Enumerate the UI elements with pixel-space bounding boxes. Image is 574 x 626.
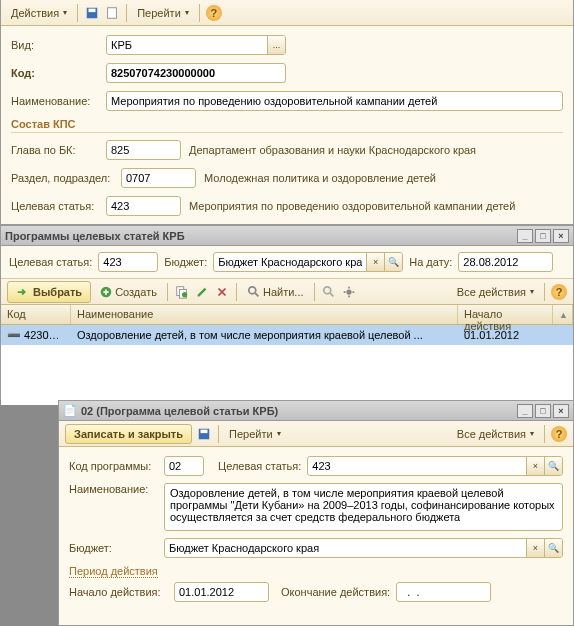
razdel-input[interactable] xyxy=(122,170,196,186)
all-actions-menu[interactable]: Все действия xyxy=(453,284,538,300)
help-icon[interactable]: ? xyxy=(551,284,567,300)
edit-icon[interactable] xyxy=(194,284,210,300)
budget-filter-input[interactable] xyxy=(214,254,366,270)
program-list-window: Программы целевых статей КРБ _ □ × Целев… xyxy=(0,225,574,400)
window-title: 02 (Программа целевой статьи КРБ) xyxy=(81,405,278,417)
titlebar: Программы целевых статей КРБ _ □ × xyxy=(1,226,573,246)
date-filter-label: На дату: xyxy=(409,256,452,268)
program-edit-window: 📄 02 (Программа целевой статьи КРБ) _ □ … xyxy=(58,400,574,626)
form-area: Код программы: Целевая статья: × 🔍 Наиме… xyxy=(59,447,573,617)
th-sort[interactable]: ▲ xyxy=(553,305,573,324)
date-filter-input[interactable] xyxy=(459,254,553,270)
create-button[interactable]: Создать xyxy=(95,283,161,301)
find-button[interactable]: Найти... xyxy=(243,283,308,301)
separator xyxy=(126,4,127,22)
cel-filter-wrap xyxy=(98,252,158,272)
separator xyxy=(199,4,200,22)
razdel-input-wrap: ... 🔍 xyxy=(121,168,196,188)
cel-input[interactable] xyxy=(107,198,181,214)
glava-input-wrap: ... 🔍 xyxy=(106,140,181,160)
table-header: Код Наименование Начало действия ▲ xyxy=(1,305,573,325)
naim-input[interactable] xyxy=(107,93,562,109)
cel-label: Целевая статья: xyxy=(218,460,301,472)
select-button[interactable]: Выбрать xyxy=(7,281,91,303)
svg-rect-2 xyxy=(108,7,117,18)
save-close-button[interactable]: Записать и закрыть xyxy=(65,424,192,444)
svg-point-9 xyxy=(346,289,351,294)
svg-rect-11 xyxy=(201,429,208,433)
list-toolbar: Выбрать Создать Найти... Все действия ? xyxy=(1,279,573,305)
budget-clear-button[interactable]: × xyxy=(366,253,384,271)
th-start[interactable]: Начало действия xyxy=(458,305,553,324)
svg-rect-1 xyxy=(89,8,96,12)
th-name[interactable]: Наименование xyxy=(71,305,458,324)
end-input[interactable] xyxy=(397,584,491,600)
table: Код Наименование Начало действия ▲ ➖ 423… xyxy=(1,305,573,405)
start-label: Начало действия: xyxy=(69,586,174,598)
end-label: Окончание действия: xyxy=(281,586,390,598)
cel-filter-label: Целевая статья: xyxy=(9,256,92,268)
help-icon[interactable]: ? xyxy=(206,5,222,21)
all-actions-menu[interactable]: Все действия xyxy=(453,426,538,442)
save-icon[interactable] xyxy=(84,5,100,21)
budget-filter-label: Бюджет: xyxy=(164,256,207,268)
naim-input-wrap xyxy=(106,91,563,111)
maximize-button[interactable]: □ xyxy=(535,404,551,418)
minimize-button[interactable]: _ xyxy=(517,229,533,243)
kod-input-wrap xyxy=(106,63,286,83)
maximize-button[interactable]: □ xyxy=(535,229,551,243)
budget-clear-button[interactable]: × xyxy=(526,539,544,557)
edit-toolbar: Записать и закрыть Перейти Все действия … xyxy=(59,421,573,447)
date-filter-wrap: 📅 xyxy=(458,252,553,272)
close-button[interactable]: × xyxy=(553,404,569,418)
help-icon[interactable]: ? xyxy=(551,426,567,442)
separator xyxy=(77,4,78,22)
page-icon[interactable] xyxy=(104,5,120,21)
glava-desc: Департамент образования и науки Краснода… xyxy=(189,144,476,156)
cel-desc: Мероприятия по проведению оздоровительно… xyxy=(189,200,515,212)
cel-filter-input[interactable] xyxy=(99,254,158,270)
find-clear-icon[interactable] xyxy=(321,284,337,300)
settings-icon[interactable] xyxy=(341,284,357,300)
minimize-button[interactable]: _ xyxy=(517,404,533,418)
svg-point-6 xyxy=(182,292,187,297)
razdel-desc: Молодежная политика и оздоровление детей xyxy=(204,172,436,184)
cel-clear-button[interactable]: × xyxy=(526,457,544,475)
kod-input[interactable] xyxy=(107,65,285,81)
copy-icon[interactable] xyxy=(174,284,190,300)
budget-search-button[interactable]: 🔍 xyxy=(384,253,402,271)
close-button[interactable]: × xyxy=(553,229,569,243)
naim-textarea[interactable]: Оздоровление детей, в том числе мероприя… xyxy=(164,483,563,531)
table-row[interactable]: ➖ 4230200 Оздоровление детей, в том числ… xyxy=(1,325,573,345)
razdel-label: Раздел, подраздел: xyxy=(11,172,121,184)
cel-label: Целевая статья: xyxy=(11,200,106,212)
svg-point-7 xyxy=(249,286,256,293)
separator xyxy=(314,283,315,301)
code-label: Код программы: xyxy=(69,460,164,472)
budget-search-button[interactable]: 🔍 xyxy=(544,539,562,557)
filter-row: Целевая статья: Бюджет: × 🔍 На дату: 📅 xyxy=(1,246,573,279)
cell-date: 01.01.2012 xyxy=(458,327,553,343)
cel-input[interactable] xyxy=(308,458,526,474)
naim-label: Наименование: xyxy=(11,95,106,107)
th-code[interactable]: Код xyxy=(1,305,71,324)
code-input[interactable] xyxy=(165,458,204,474)
cel-search-button[interactable]: 🔍 xyxy=(544,457,562,475)
code-input-wrap xyxy=(164,456,204,476)
period-toggle[interactable]: Период действия xyxy=(69,565,158,578)
save-icon[interactable] xyxy=(196,426,212,442)
budget-input[interactable] xyxy=(165,540,526,556)
delete-icon[interactable] xyxy=(214,284,230,300)
separator xyxy=(544,283,545,301)
goto-menu[interactable]: Перейти xyxy=(133,5,193,21)
budget-filter-wrap: × 🔍 xyxy=(213,252,403,272)
start-input[interactable] xyxy=(175,584,269,600)
glava-label: Глава по БК: xyxy=(11,144,106,156)
vid-lookup-button[interactable]: ... xyxy=(267,36,285,54)
actions-menu[interactable]: Действия xyxy=(7,5,71,21)
section-title: Состав КПС xyxy=(11,118,563,133)
glava-input[interactable] xyxy=(107,142,181,158)
goto-menu[interactable]: Перейти xyxy=(225,426,285,442)
vid-input[interactable] xyxy=(107,37,267,53)
cell-mark xyxy=(553,333,573,337)
